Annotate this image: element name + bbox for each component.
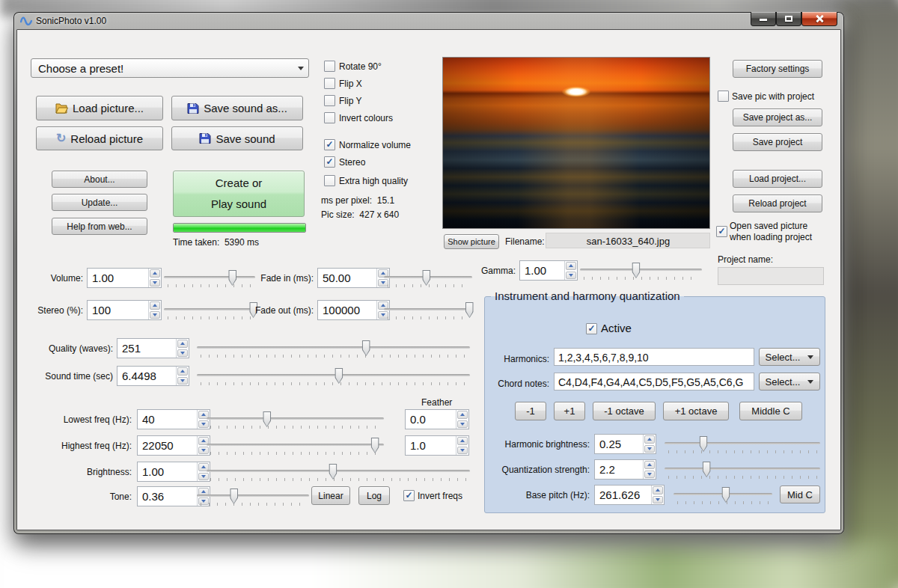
lowest-feather-down-icon[interactable] — [457, 420, 468, 429]
lowest-feather-up-icon[interactable] — [457, 411, 468, 419]
sound-time-down-icon[interactable] — [177, 377, 188, 385]
quality-spinner[interactable]: 251 — [117, 338, 189, 358]
quantization-strength-slider[interactable] — [665, 461, 820, 480]
log-button[interactable]: Log — [358, 486, 390, 505]
harmonic-brightness-slider-thumb[interactable] — [700, 436, 708, 452]
flip-y-checkbox[interactable] — [324, 95, 335, 106]
highest-feather-up-icon[interactable] — [457, 437, 468, 445]
load-project-button[interactable]: Load project... — [733, 170, 822, 188]
fade-in-slider-thumb[interactable] — [422, 270, 430, 286]
gamma-spinner[interactable]: 1.00 — [519, 260, 578, 281]
tone-slider-thumb[interactable] — [230, 489, 238, 504]
invert-colours-checkbox[interactable] — [324, 112, 335, 123]
mid-c-button[interactable]: Mid C — [780, 486, 820, 503]
bp-up-icon[interactable] — [653, 486, 663, 494]
base-pitch-slider-thumb[interactable] — [721, 487, 730, 503]
title-bar[interactable]: SonicPhoto v1.00 — [13, 12, 844, 30]
show-picture-button[interactable]: Show picture — [444, 234, 499, 249]
fade-out-spinner[interactable]: 100000 — [317, 300, 390, 320]
factory-settings-button[interactable]: Factory settings — [733, 60, 822, 78]
highest-feather-spinner[interactable]: 1.0 — [405, 435, 469, 456]
volume-slider[interactable] — [164, 269, 255, 288]
save-project-as-button[interactable]: Save project as... — [733, 108, 822, 126]
stereo-pct-spinner[interactable]: 100 — [87, 300, 162, 320]
maximize-button[interactable] — [776, 12, 801, 26]
brightness-spinner[interactable]: 1.00 — [137, 462, 210, 482]
tone-slider[interactable] — [197, 488, 309, 506]
quality-slider-thumb[interactable] — [362, 340, 370, 356]
invert-freqs-checkbox[interactable]: ✓ — [403, 490, 415, 501]
transpose-minus-octave-button[interactable]: -1 octave — [593, 402, 656, 420]
save-sound-as-button[interactable]: Save sound as... — [171, 96, 303, 120]
about-button[interactable]: About... — [52, 171, 147, 188]
hb-down-icon[interactable] — [644, 445, 655, 453]
chord-notes-select-dropdown[interactable]: Select... — [759, 373, 820, 391]
hb-up-icon[interactable] — [644, 435, 655, 444]
update-button[interactable]: Update... — [52, 194, 147, 211]
load-picture-button[interactable]: Load picture... — [36, 96, 163, 120]
lowest-freq-spinner[interactable]: 40 — [137, 409, 210, 429]
harmonics-select-dropdown[interactable]: Select... — [759, 348, 820, 366]
transpose-minus1-button[interactable]: -1 — [515, 402, 546, 420]
harmonic-brightness-slider[interactable] — [665, 435, 820, 454]
stereo-pct-slider[interactable] — [164, 301, 255, 320]
reload-picture-button[interactable]: ↻ Reload picture — [36, 126, 163, 150]
close-button[interactable] — [801, 12, 837, 26]
save-pic-with-project-checkbox[interactable] — [718, 91, 729, 102]
gamma-up-icon[interactable] — [566, 262, 576, 270]
quantization-strength-slider-thumb[interactable] — [703, 462, 711, 477]
fade-out-slider[interactable] — [384, 301, 472, 320]
volume-slider-thumb[interactable] — [228, 270, 236, 286]
flip-x-checkbox[interactable] — [324, 78, 335, 89]
fade-out-slider-thumb[interactable] — [465, 302, 474, 318]
volume-spinner[interactable]: 1.00 — [87, 268, 162, 288]
highest-feather-down-icon[interactable] — [457, 447, 468, 455]
project-name-field[interactable] — [718, 267, 824, 285]
lowest-freq-slider[interactable] — [207, 411, 384, 429]
active-checkbox[interactable]: ✓ — [586, 323, 597, 334]
create-or-play-sound-button[interactable]: Create or Play sound — [173, 171, 305, 217]
volume-up-icon[interactable] — [150, 269, 160, 278]
brightness-slider-thumb[interactable] — [329, 464, 337, 480]
harmonics-field[interactable]: 1,2,3,4,5,6,7,8,9,10 — [554, 348, 754, 366]
gamma-slider-thumb[interactable] — [632, 263, 640, 278]
volume-down-icon[interactable] — [150, 279, 160, 287]
save-sound-button[interactable]: Save sound — [171, 126, 303, 150]
qs-down-icon[interactable] — [644, 471, 655, 479]
bp-down-icon[interactable] — [653, 496, 663, 504]
quantization-strength-spinner[interactable]: 2.2 — [594, 459, 656, 480]
highest-freq-slider-thumb[interactable] — [371, 438, 379, 453]
reload-project-button[interactable]: Reload project — [733, 195, 822, 212]
preset-combobox[interactable]: Choose a preset! — [31, 58, 309, 78]
harmonic-brightness-spinner[interactable]: 0.25 — [594, 434, 656, 454]
sound-time-spinner[interactable]: 6.4498 — [117, 366, 189, 386]
gamma-down-icon[interactable] — [566, 272, 576, 280]
sound-time-up-icon[interactable] — [177, 367, 188, 376]
sound-time-slider[interactable] — [197, 367, 470, 386]
highest-freq-spinner[interactable]: 22050 — [137, 435, 210, 456]
stereo-up-icon[interactable] — [150, 301, 160, 310]
chord-notes-field[interactable]: C4,D4,F4,G4,A4,C5,D5,F5,G5,A5,C6,G — [554, 373, 754, 391]
lowest-feather-spinner[interactable]: 0.0 — [405, 409, 469, 429]
help-from-web-button[interactable]: Help from web... — [52, 218, 147, 235]
stereo-down-icon[interactable] — [150, 311, 160, 319]
extra-high-quality-checkbox[interactable] — [324, 175, 335, 186]
fade-in-slider[interactable] — [384, 269, 472, 288]
middle-c-button[interactable]: Middle C — [739, 402, 802, 420]
sound-time-slider-thumb[interactable] — [335, 368, 343, 384]
transpose-plus1-button[interactable]: +1 — [554, 402, 585, 420]
transpose-plus-octave-button[interactable]: +1 octave — [663, 402, 729, 420]
quality-up-icon[interactable] — [177, 340, 188, 348]
normalize-volume-checkbox[interactable]: ✓ — [324, 139, 335, 150]
highest-freq-slider[interactable] — [207, 437, 384, 456]
lowest-freq-slider-thumb[interactable] — [263, 411, 271, 427]
base-pitch-slider[interactable] — [674, 486, 772, 505]
quality-down-icon[interactable] — [177, 349, 188, 358]
save-project-button[interactable]: Save project — [733, 133, 822, 151]
qs-up-icon[interactable] — [644, 461, 655, 469]
stereo-checkbox[interactable]: ✓ — [324, 156, 335, 168]
gamma-slider[interactable] — [580, 262, 702, 281]
linear-button[interactable]: Linear — [311, 486, 350, 505]
base-pitch-spinner[interactable]: 261.626 — [594, 485, 665, 505]
rotate90-checkbox[interactable] — [324, 61, 335, 72]
